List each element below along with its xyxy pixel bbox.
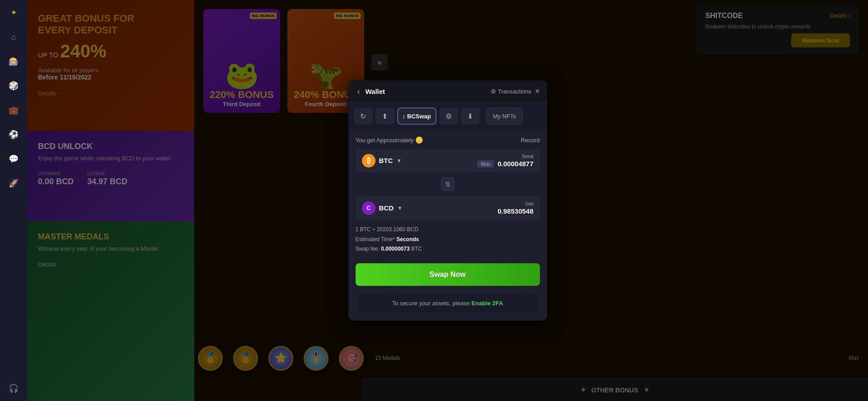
- sports-icon: ⚽: [9, 130, 19, 140]
- chat-icon: 💬: [9, 154, 19, 164]
- bcd-coin-selector[interactable]: C BCD ▼: [362, 201, 403, 215]
- headset-icon: 🎧: [9, 383, 19, 393]
- bcd-chevron-icon: ▼: [397, 205, 403, 211]
- sidebar-icon-sports[interactable]: ⚽: [5, 126, 22, 143]
- rate-time-value: Seconds: [396, 236, 419, 242]
- tab-deposit[interactable]: ⬆: [375, 107, 394, 125]
- security-bar: To secure your assets, please Enable 2FA: [356, 293, 540, 313]
- sidebar-icon-headset[interactable]: 🎧: [5, 380, 22, 396]
- swap-to-section: C BCD ▼ Get 0.98530548: [356, 196, 540, 219]
- approx-coin-icon: 🪙: [415, 136, 423, 144]
- deposit-icon: ⬆: [382, 112, 388, 121]
- swap-to-right: Get 0.98530548: [497, 201, 533, 215]
- wallet-icon: 💼: [9, 105, 19, 115]
- wallet-modal: ‹ Wallet ⚙ Transactions × ↻ ⬆ ↕ BCSwap: [348, 80, 547, 321]
- rate-line: 1 BTC ≈ 20203.1060 BCD: [356, 225, 540, 235]
- my-nfts-button[interactable]: My NFTs: [486, 107, 523, 125]
- approx-text: You get Approximately 🪙: [356, 136, 423, 144]
- sidebar-icon-wallet[interactable]: 💼: [5, 102, 22, 118]
- swap-now-button[interactable]: Swap Now: [356, 263, 540, 286]
- sidebar-icon-casino[interactable]: 🎰: [5, 53, 22, 70]
- sidebar-icon-logo[interactable]: ✦: [5, 5, 22, 21]
- swap-arrow-section: ⇅: [356, 177, 540, 191]
- btc-icon-circle: ₿: [362, 154, 375, 168]
- withdraw-icon: ⬇: [467, 112, 473, 121]
- swap-arrows-icon: ⇅: [445, 181, 450, 188]
- fee-line: Swap fee: 0.00000073 BTC: [356, 244, 540, 254]
- btc-coin-selector[interactable]: ₿ BTC ▼: [362, 154, 402, 168]
- gear-icon: ⚙: [491, 88, 496, 95]
- modal-overlay: ‹ Wallet ⚙ Transactions × ↻ ⬆ ↕ BCSwap: [27, 0, 868, 401]
- fee-value: 0.00000073: [381, 246, 409, 252]
- wallet-back-button[interactable]: ‹: [356, 87, 362, 96]
- max-button[interactable]: Max: [477, 160, 494, 168]
- from-amount-value: 0.00004877: [497, 160, 533, 168]
- swap-direction-button[interactable]: ⇅: [441, 177, 455, 191]
- rate-info: 1 BTC ≈ 20203.1060 BCD Estimated Time* S…: [356, 225, 540, 254]
- sidebar-icon-boost[interactable]: 🚀: [5, 175, 22, 191]
- swap-from-section: ₿ BTC ▼ Send Max 0.00004877: [356, 149, 540, 172]
- bcswap-label: BCSwap: [407, 113, 431, 120]
- enable-2fa-link[interactable]: Enable 2FA: [471, 300, 503, 307]
- btc-chevron-icon: ▼: [396, 158, 402, 164]
- wallet-close-button[interactable]: ×: [535, 87, 540, 96]
- to-amount-value: 0.98530548: [497, 207, 533, 215]
- tab-settings[interactable]: ⚙: [439, 107, 458, 125]
- swap-from-right: Send Max 0.00004877: [477, 154, 533, 168]
- estimated-time-line: Estimated Time* Seconds: [356, 235, 540, 245]
- bcd-icon-circle: C: [362, 201, 375, 215]
- modal-header: ‹ Wallet ⚙ Transactions ×: [348, 80, 547, 103]
- approx-row: You get Approximately 🪙 Record: [356, 136, 540, 144]
- sidebar-icon-chat[interactable]: 💬: [5, 151, 22, 167]
- casino-icon: 🎰: [9, 56, 19, 66]
- modal-body: You get Approximately 🪙 Record ₿ BTC ▼ S…: [348, 129, 547, 293]
- sidebar-icon-home[interactable]: ⌂: [5, 29, 22, 45]
- bcd-coin-name: BCD: [379, 204, 394, 212]
- slots-icon: 🎲: [9, 81, 19, 91]
- refresh-icon: ↻: [360, 112, 366, 121]
- main-content: GREAT BONUS FOR EVERY DEPOSIT UP TO 240%…: [27, 0, 868, 401]
- settings-icon: ⚙: [446, 112, 452, 121]
- sidebar-icon-slots[interactable]: 🎲: [5, 78, 22, 94]
- tab-withdraw[interactable]: ⬇: [461, 107, 480, 125]
- record-button[interactable]: Record: [521, 137, 540, 144]
- home-icon: ⌂: [11, 33, 16, 42]
- get-label: Get: [525, 201, 534, 206]
- send-label: Send: [522, 154, 534, 159]
- btc-coin-name: BTC: [379, 157, 393, 164]
- tab-bcswap[interactable]: ↕ BCSwap: [397, 107, 436, 125]
- wallet-modal-title: Wallet: [366, 88, 488, 95]
- transactions-button[interactable]: ⚙ Transactions: [491, 88, 531, 95]
- tab-refresh[interactable]: ↻: [354, 107, 373, 125]
- swap-icon: ↕: [403, 113, 406, 120]
- modal-tabs: ↻ ⬆ ↕ BCSwap ⚙ ⬇ My NFTs: [348, 103, 547, 129]
- sidebar: ✦ ⌂ 🎰 🎲 💼 ⚽ 💬 🚀 🎧: [0, 0, 27, 401]
- logo-icon: ✦: [10, 8, 17, 18]
- boost-icon: 🚀: [9, 178, 19, 188]
